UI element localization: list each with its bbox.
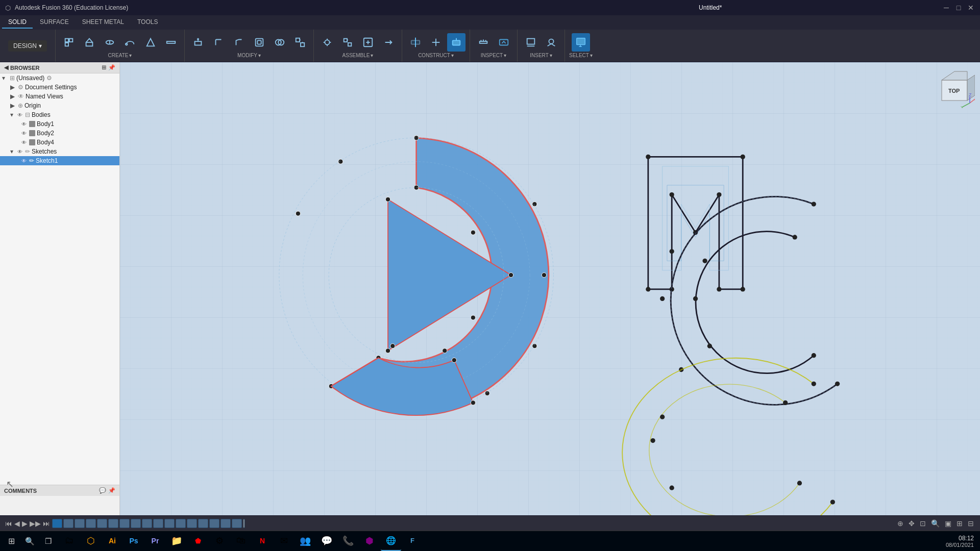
- photoshop-button[interactable]: Ps: [124, 532, 144, 551]
- inspect-label[interactable]: INSPECT ▾: [481, 53, 506, 58]
- tree-item-sketches[interactable]: ▾ 👁 ✏ Sketches: [0, 147, 119, 156]
- scale-button[interactable]: [291, 33, 309, 52]
- construct-point-button[interactable]: [447, 33, 465, 52]
- tab-tools[interactable]: TOOLS: [131, 16, 164, 29]
- store-button[interactable]: 🛍: [231, 532, 251, 551]
- timeline-block-1[interactable]: [63, 519, 74, 528]
- mail-button[interactable]: ✉: [274, 532, 294, 551]
- chrome-button[interactable]: 🌐: [381, 532, 401, 551]
- eye-icon[interactable]: 👁: [21, 121, 27, 127]
- comments-icon[interactable]: 💬: [99, 487, 106, 494]
- netflix-button[interactable]: N: [252, 532, 273, 551]
- canvas-button[interactable]: [522, 33, 540, 52]
- chamfer-button[interactable]: [230, 33, 248, 52]
- tab-solid[interactable]: SOLID: [2, 16, 33, 29]
- modify-label[interactable]: MODIFY ▾: [237, 53, 261, 58]
- zoom-window-button[interactable]: ⊡: [919, 518, 927, 529]
- press-pull-button[interactable]: [189, 33, 207, 52]
- timeline-block-15[interactable]: [220, 519, 231, 528]
- fillet-button[interactable]: [209, 33, 228, 52]
- orbit-button[interactable]: ⊕: [896, 518, 904, 529]
- assemble-label[interactable]: ASSEMBLE ▾: [342, 53, 374, 58]
- timeline-prev-button[interactable]: ◀: [14, 519, 20, 528]
- as-built-joint-button[interactable]: [338, 33, 357, 52]
- tree-item-body4[interactable]: 👁 Body4: [0, 138, 119, 147]
- timeline-play-button[interactable]: ▶: [22, 519, 28, 528]
- teams-button[interactable]: 👥: [295, 532, 315, 551]
- combine-button[interactable]: [271, 33, 289, 52]
- viewcube[interactable]: TOP X Y Z: [934, 67, 975, 108]
- task-view-button[interactable]: ❐: [39, 532, 57, 550]
- folder-button[interactable]: 📁: [166, 532, 187, 551]
- timeline-block-6[interactable]: [119, 519, 130, 528]
- timeline-block-2[interactable]: [75, 519, 85, 528]
- close-button[interactable]: ✕: [967, 4, 975, 12]
- timeline-block-8[interactable]: [142, 519, 152, 528]
- timeline-block-0[interactable]: [52, 519, 62, 528]
- select-button[interactable]: [572, 33, 590, 52]
- browser-pin-icon[interactable]: 📌: [108, 64, 115, 71]
- tree-item-sketch1[interactable]: 👁 ✏ Sketch1: [0, 156, 119, 165]
- construct-axis-button[interactable]: [427, 33, 445, 52]
- perspective-button[interactable]: ⊟: [967, 518, 975, 529]
- tab-surface[interactable]: SURFACE: [34, 16, 75, 29]
- timeline-first-button[interactable]: ⏮: [5, 519, 12, 528]
- tree-item-named-views[interactable]: ▶ 👁 Named Views: [0, 92, 119, 101]
- select-label[interactable]: SELECT ▾: [569, 53, 593, 58]
- chat-button[interactable]: 💬: [316, 532, 337, 551]
- browser-settings-icon[interactable]: ⊞: [102, 64, 106, 71]
- tab-sheet-metal[interactable]: SHEET METAL: [76, 16, 130, 29]
- zoom-button[interactable]: 🔍: [930, 518, 941, 529]
- timeline-block-16[interactable]: [232, 519, 242, 528]
- tree-item-body1[interactable]: 👁 Body1: [0, 119, 119, 129]
- display-settings-button[interactable]: [495, 33, 513, 52]
- construct-label[interactable]: CONSTRUCT ▾: [418, 53, 454, 58]
- timeline-last-button[interactable]: ⏭: [43, 519, 50, 528]
- design-dropdown[interactable]: DESIGN ▾: [8, 40, 47, 52]
- tree-item-bodies[interactable]: ▾ 👁 ⊟ Bodies: [0, 110, 119, 119]
- timeline-block-13[interactable]: [198, 519, 208, 528]
- tree-item-root[interactable]: ▾ ⊞ (Unsaved) ⚙: [0, 73, 119, 83]
- timeline-block-9[interactable]: [153, 519, 163, 528]
- timeline-block-14[interactable]: [209, 519, 219, 528]
- red-app-button[interactable]: ⬟: [188, 532, 208, 551]
- new-component-button[interactable]: [60, 33, 78, 52]
- revolve-button[interactable]: [101, 33, 119, 52]
- timeline-block-10[interactable]: [164, 519, 175, 528]
- illustrator-button[interactable]: Ai: [102, 532, 122, 551]
- comments-pin-icon[interactable]: 📌: [108, 487, 115, 494]
- whatsapp-button[interactable]: 📞: [338, 532, 358, 551]
- eye-icon[interactable]: 👁: [21, 131, 27, 136]
- timeline-block-5[interactable]: [108, 519, 118, 528]
- eye-icon[interactable]: 👁: [21, 158, 27, 164]
- shell-button[interactable]: [250, 33, 268, 52]
- decal-button[interactable]: [542, 33, 560, 52]
- tree-item-body2[interactable]: 👁 Body2: [0, 129, 119, 138]
- canvas[interactable]: TOP X Y Z: [120, 62, 980, 515]
- timeline-block-3[interactable]: [86, 519, 96, 528]
- app-orange-button[interactable]: ⬡: [81, 532, 101, 551]
- grid-button[interactable]: ⊞: [955, 518, 964, 529]
- search-button[interactable]: 🔍: [20, 532, 39, 550]
- purple-app-button[interactable]: ⬢: [359, 532, 380, 551]
- timeline-block-11[interactable]: [176, 519, 186, 528]
- eye-icon[interactable]: 👁: [17, 112, 22, 118]
- settings-icon[interactable]: ⚙: [46, 74, 52, 82]
- panel-collapse-icon[interactable]: ◀: [4, 64, 8, 71]
- display-mode-button[interactable]: ▣: [944, 518, 952, 529]
- eye-icon[interactable]: 👁: [21, 140, 27, 145]
- timeline-block-4[interactable]: [97, 519, 107, 528]
- pan-button[interactable]: ✥: [908, 518, 916, 529]
- insert-label[interactable]: INSERT ▾: [530, 53, 552, 58]
- drive-joints-button[interactable]: [379, 33, 398, 52]
- timeline-block-7[interactable]: [131, 519, 141, 528]
- timeline-block-12[interactable]: [187, 519, 197, 528]
- timeline-block-17[interactable]: [243, 519, 245, 528]
- offset-plane-button[interactable]: [406, 33, 425, 52]
- timeline-next-button[interactable]: ▶▶: [30, 519, 41, 528]
- fusion-button[interactable]: F: [402, 532, 423, 551]
- rib-button[interactable]: [162, 33, 180, 52]
- rigid-group-button[interactable]: [359, 33, 377, 52]
- extrude-button[interactable]: [80, 33, 99, 52]
- eye-icon[interactable]: 👁: [17, 149, 22, 155]
